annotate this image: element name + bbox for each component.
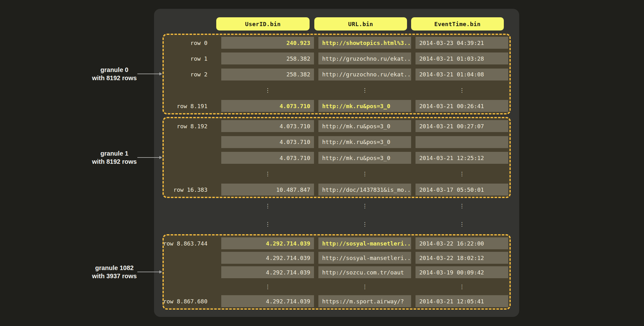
table-row: row 8.191 4.073.710 http://mk.ru&pos=3_0…: [164, 100, 508, 112]
vertical-ellipsis: ⋮: [221, 281, 314, 293]
url-cell: http://sosyal-mansetleri...: [318, 237, 411, 249]
table-row: row 0 240.923 http://showtopics.html%3..…: [164, 37, 508, 49]
skipped-granules-ellipsis: ⋮ ⋮ ⋮ ⋮ ⋮ ⋮: [164, 201, 508, 229]
column-header-url: URL.bin: [314, 17, 407, 30]
eventtime-cell: 2014-03-22 16:22:00: [416, 237, 508, 249]
url-cell: http://mk.ru&pos=3_0: [318, 100, 411, 112]
eventtime-cell: 2014-03-21 12:05:41: [416, 295, 508, 307]
granule-1-label-line1: granule 1: [70, 149, 158, 157]
ellipsis-row: ⋮ ⋮ ⋮: [164, 84, 508, 96]
eventtime-cell: 2014-03-21 01:04:08: [416, 69, 508, 80]
table-row: row 8.867.680 4.292.714.039 https://m.sp…: [164, 295, 508, 307]
row-label: row 16.383: [164, 184, 217, 196]
eventtime-cell: 2014-03-22 18:02:12: [416, 252, 508, 264]
vertical-ellipsis: ⋮: [221, 201, 314, 211]
url-cell: http://sosyal-mansetleri...: [318, 252, 411, 264]
eventtime-cell: 2014-03-21 01:03:28: [416, 52, 508, 64]
row-label: row 0: [164, 37, 217, 49]
table-row: row 8.192 4.073.710 http://mk.ru&pos=3_0…: [164, 120, 508, 132]
userid-cell: 4.292.714.039: [221, 252, 314, 264]
table-row: 4.073.710 http://mk.ru&pos=3_0 2014-03-2…: [164, 152, 508, 164]
eventtime-cell: 2014-03-21 00:26:41: [416, 100, 508, 112]
eventtime-cell: 2014-03-21 12:25:12: [416, 152, 508, 164]
eventtime-cell: 2014-03-21 00:27:07: [416, 120, 508, 132]
vertical-ellipsis: ⋮: [318, 201, 411, 211]
granule-1082-label-line2: with 3937 rows: [70, 272, 158, 280]
row-label: row 1: [164, 52, 217, 64]
table-row: row 1 258.382 http://gruzochno.ru/ekat..…: [164, 52, 508, 64]
ellipsis-row: ⋮ ⋮ ⋮: [164, 168, 508, 180]
url-cell: http://gruzochno.ru/ekat...: [318, 69, 411, 80]
eventtime-cell: 2014-03-17 05:50:01: [416, 184, 508, 196]
arrow-right-icon: [137, 74, 159, 74]
column-header-eventtime: EventTime.bin: [411, 17, 504, 30]
table-row: 4.073.710 http://mk.ru&pos=3_0: [164, 136, 508, 148]
row-label: row 2: [164, 69, 217, 80]
url-cell: http://mk.ru&pos=3_0: [318, 136, 411, 148]
url-cell: http://gruzochno.ru/ekat...: [318, 52, 411, 64]
granule-1-label-line2: with 8192 rows: [70, 157, 158, 166]
userid-cell: 4.292.714.039: [221, 266, 314, 278]
eventtime-cell: 2014-03-19 00:09:42: [416, 266, 508, 278]
row-label: [164, 252, 217, 264]
vertical-ellipsis: ⋮: [221, 219, 314, 229]
vertical-ellipsis: ⋮: [416, 281, 508, 293]
userid-cell: 4.073.710: [221, 100, 314, 112]
column-header-userid: UserID.bin: [216, 17, 310, 30]
vertical-ellipsis: ⋮: [416, 201, 508, 211]
table-row: 4.292.714.039 http://sozcu.com.tr/oaut 2…: [164, 266, 508, 278]
vertical-ellipsis: ⋮: [221, 168, 314, 180]
vertical-ellipsis: ⋮: [318, 84, 411, 96]
ellipsis-row: ⋮ ⋮ ⋮: [164, 201, 508, 211]
row-label: row 8.863.744: [164, 237, 217, 249]
table-row: row 16.383 10.487.847 http://doc/1437831…: [164, 184, 508, 196]
url-cell: http://showtopics.html%3...: [318, 37, 411, 49]
row-label: row 8.191: [164, 100, 217, 112]
userid-cell: 240.923: [221, 37, 314, 49]
url-cell: http://sozcu.com.tr/oaut: [318, 266, 411, 278]
diagram-panel: UserID.bin URL.bin EventTime.bin row 0 2…: [154, 9, 519, 317]
vertical-ellipsis: ⋮: [318, 168, 411, 180]
eventtime-cell: 2014-03-23 04:39:21: [416, 37, 508, 49]
row-label: row 8.867.680: [164, 295, 217, 307]
userid-cell: 258.382: [221, 69, 314, 80]
table-row: row 8.863.744 4.292.714.039 http://sosya…: [164, 237, 508, 249]
granule-1-box: row 8.192 4.073.710 http://mk.ru&pos=3_0…: [162, 117, 511, 198]
granule-0-label-line1: granule 0: [70, 66, 158, 74]
row-label: [164, 266, 217, 278]
userid-cell: 10.487.847: [221, 184, 314, 196]
url-cell: https://m.sport.airway/?: [318, 295, 411, 307]
row-label: [164, 136, 217, 148]
table-row: row 2 258.382 http://gruzochno.ru/ekat..…: [164, 69, 508, 80]
eventtime-cell: [416, 136, 508, 148]
userid-cell: 258.382: [221, 52, 314, 64]
table-row: 4.292.714.039 http://sosyal-mansetleri..…: [164, 252, 508, 264]
granule-0-box: row 0 240.923 http://showtopics.html%3..…: [162, 34, 511, 114]
vertical-ellipsis: ⋮: [416, 84, 508, 96]
url-cell: http://doc/1437831&is_mo...: [318, 184, 411, 196]
granule-0-label-line2: with 8192 rows: [70, 74, 158, 82]
ellipsis-row: ⋮ ⋮ ⋮: [164, 219, 508, 229]
vertical-ellipsis: ⋮: [416, 168, 508, 180]
vertical-ellipsis: ⋮: [416, 219, 508, 229]
userid-cell: 4.292.714.039: [221, 295, 314, 307]
userid-cell: 4.292.714.039: [221, 237, 314, 249]
ellipsis-row: ⋮ ⋮ ⋮: [164, 281, 508, 293]
granule-1082-box: row 8.863.744 4.292.714.039 http://sosya…: [162, 234, 511, 310]
arrow-right-icon: [137, 272, 159, 272]
vertical-ellipsis: ⋮: [221, 84, 314, 96]
userid-cell: 4.073.710: [221, 136, 314, 148]
granule-1082-label-line1: granule 1082: [70, 264, 158, 272]
vertical-ellipsis: ⋮: [318, 219, 411, 229]
userid-cell: 4.073.710: [221, 120, 314, 132]
url-cell: http://mk.ru&pos=3_0: [318, 120, 411, 132]
row-label: row 8.192: [164, 120, 217, 132]
userid-cell: 4.073.710: [221, 152, 314, 164]
url-cell: http://mk.ru&pos=3_0: [318, 152, 411, 164]
arrow-right-icon: [137, 157, 159, 158]
row-label: [164, 152, 217, 164]
vertical-ellipsis: ⋮: [318, 281, 411, 293]
